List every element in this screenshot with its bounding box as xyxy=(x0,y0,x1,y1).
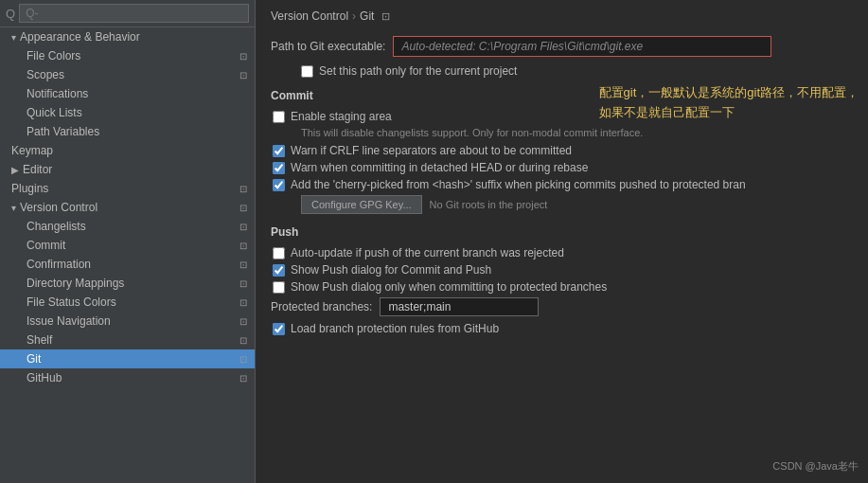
search-bar: Q xyxy=(0,0,255,27)
gpg-note: No Git roots in the project xyxy=(430,199,548,210)
item-label-changelists: Changelists xyxy=(27,220,86,233)
badge-vc: ⊡ xyxy=(239,203,247,213)
sidebar-section-version-control[interactable]: ▾ Version Control ⊡ xyxy=(0,198,255,217)
badge-git: ⊡ xyxy=(239,354,247,365)
section-label-appearance: Appearance & Behavior xyxy=(20,30,140,44)
sidebar-section-editor[interactable]: ▶ Editor xyxy=(0,160,255,179)
vc-arrow-icon: ▾ xyxy=(11,203,16,213)
show-push-label: Show Push dialog for Commit and Push xyxy=(291,263,491,277)
staging-label: Enable staging area xyxy=(291,110,392,123)
sidebar-item-scopes[interactable]: Scopes ⊡ xyxy=(0,65,255,84)
sidebar-item-git[interactable]: Git ⊡ xyxy=(0,349,255,368)
item-label-path-variables: Path Variables xyxy=(27,125,99,138)
crlf-label: Warn if CRLF line separators are about t… xyxy=(291,144,572,157)
collapse-icon: ▾ xyxy=(11,32,16,43)
section-label-keymap: Keymap xyxy=(11,144,53,157)
set-path-label: Set this path only for the current proje… xyxy=(319,64,517,78)
commit-section-title: Commit xyxy=(271,89,853,102)
badge-scopes: ⊡ xyxy=(239,70,247,80)
editor-arrow-icon: ▶ xyxy=(11,165,19,175)
badge-commit: ⊡ xyxy=(239,241,247,251)
search-input[interactable] xyxy=(19,4,249,23)
badge-plugins: ⊡ xyxy=(239,184,247,194)
set-path-checkbox[interactable] xyxy=(301,65,313,78)
item-label-issue-navigation: Issue Navigation xyxy=(27,314,111,328)
badge-file-colors: ⊡ xyxy=(239,51,247,62)
cherry-row: Add the 'cherry-picked from <hash>' suff… xyxy=(271,178,853,191)
badge-changelists: ⊡ xyxy=(239,222,247,232)
item-label-scopes: Scopes xyxy=(27,68,64,81)
section-label-plugins: Plugins xyxy=(11,182,48,195)
show-push-protected-checkbox[interactable] xyxy=(273,281,285,294)
badge-directory-mappings: ⊡ xyxy=(239,278,247,289)
sidebar-item-commit[interactable]: Commit ⊡ xyxy=(0,236,255,255)
gpg-row: Configure GPG Key... No Git roots in the… xyxy=(271,195,853,214)
badge-shelf: ⊡ xyxy=(239,335,247,346)
sidebar-item-directory-mappings[interactable]: Directory Mappings ⊡ xyxy=(0,274,255,293)
show-push-dialog-row: Show Push dialog for Commit and Push xyxy=(271,263,853,277)
load-protection-label: Load branch protection rules from GitHub xyxy=(291,322,499,335)
push-section-title: Push xyxy=(271,225,853,239)
main-content: Version Control › Git ⊡ Path to Git exec… xyxy=(256,0,868,483)
sidebar-section-keymap[interactable]: Keymap xyxy=(0,141,255,160)
protected-branches-row: Protected branches: xyxy=(271,297,853,316)
staging-checkbox[interactable] xyxy=(273,111,285,123)
breadcrumb-part-0: Version Control xyxy=(271,9,348,23)
path-input[interactable] xyxy=(393,36,771,57)
item-label-github: GitHub xyxy=(27,371,62,385)
show-push-protected-row: Show Push dialog only when committing to… xyxy=(271,280,853,294)
sidebar-item-shelf[interactable]: Shelf ⊡ xyxy=(0,331,255,349)
item-label-notifications: Notifications xyxy=(27,87,88,100)
breadcrumb: Version Control › Git ⊡ xyxy=(271,9,853,23)
staging-row: Enable staging area xyxy=(271,110,853,123)
sidebar-item-notifications[interactable]: Notifications xyxy=(0,84,255,103)
breadcrumb-icon: ⊡ xyxy=(381,10,390,23)
breadcrumb-part-1: Git xyxy=(360,9,374,23)
item-label-confirmation: Confirmation xyxy=(27,258,91,271)
sidebar-item-issue-navigation[interactable]: Issue Navigation ⊡ xyxy=(0,312,255,331)
staging-hint: This will disable changelists support. O… xyxy=(271,127,853,138)
sidebar: Q ▾ Appearance & Behavior File Colors ⊡ … xyxy=(0,0,256,483)
show-push-protected-label: Show Push dialog only when committing to… xyxy=(291,280,607,294)
crlf-checkbox[interactable] xyxy=(273,145,285,157)
sidebar-section-plugins[interactable]: Plugins ⊡ xyxy=(0,179,255,198)
crlf-row: Warn if CRLF line separators are about t… xyxy=(271,144,853,157)
sidebar-item-file-status-colors[interactable]: File Status Colors ⊡ xyxy=(0,293,255,312)
path-row: Path to Git executable: xyxy=(271,36,853,57)
cherry-checkbox[interactable] xyxy=(273,179,285,191)
breadcrumb-sep: › xyxy=(352,9,356,23)
search-icon: Q xyxy=(6,7,15,21)
item-label-directory-mappings: Directory Mappings xyxy=(27,277,124,290)
badge-github: ⊡ xyxy=(239,373,247,384)
protected-input[interactable] xyxy=(380,297,539,316)
detached-label: Warn when committing in detached HEAD or… xyxy=(291,161,588,174)
badge-confirmation: ⊡ xyxy=(239,259,247,270)
section-label-editor: Editor xyxy=(23,163,52,176)
sidebar-item-github[interactable]: GitHub ⊡ xyxy=(0,368,255,387)
sidebar-item-changelists[interactable]: Changelists ⊡ xyxy=(0,217,255,236)
detached-checkbox[interactable] xyxy=(273,162,285,174)
item-label-quick-lists: Quick Lists xyxy=(27,106,82,119)
auto-update-label: Auto-update if push of the current branc… xyxy=(291,246,564,259)
load-protection-checkbox[interactable] xyxy=(273,323,285,335)
item-label-shelf: Shelf xyxy=(27,333,52,347)
badge-issue-navigation: ⊡ xyxy=(239,316,247,327)
sidebar-item-confirmation[interactable]: Confirmation ⊡ xyxy=(0,255,255,274)
item-label-file-colors: File Colors xyxy=(27,49,80,63)
detached-row: Warn when committing in detached HEAD or… xyxy=(271,161,853,174)
gpg-button[interactable]: Configure GPG Key... xyxy=(301,195,422,214)
set-path-row: Set this path only for the current proje… xyxy=(271,64,853,78)
auto-update-row: Auto-update if push of the current branc… xyxy=(271,246,853,259)
sidebar-item-quick-lists[interactable]: Quick Lists xyxy=(0,103,255,122)
item-label-commit: Commit xyxy=(27,239,65,252)
cherry-label: Add the 'cherry-picked from <hash>' suff… xyxy=(291,178,746,191)
watermark: CSDN @Java老牛 xyxy=(772,459,859,474)
sidebar-section-appearance[interactable]: ▾ Appearance & Behavior xyxy=(0,27,255,46)
section-label-version-control: Version Control xyxy=(20,201,97,214)
protected-label: Protected branches: xyxy=(271,300,372,313)
sidebar-item-file-colors[interactable]: File Colors ⊡ xyxy=(0,46,255,65)
auto-update-checkbox[interactable] xyxy=(273,247,285,259)
item-label-git: Git xyxy=(27,352,41,366)
sidebar-item-path-variables[interactable]: Path Variables xyxy=(0,122,255,141)
show-push-checkbox[interactable] xyxy=(273,264,285,277)
